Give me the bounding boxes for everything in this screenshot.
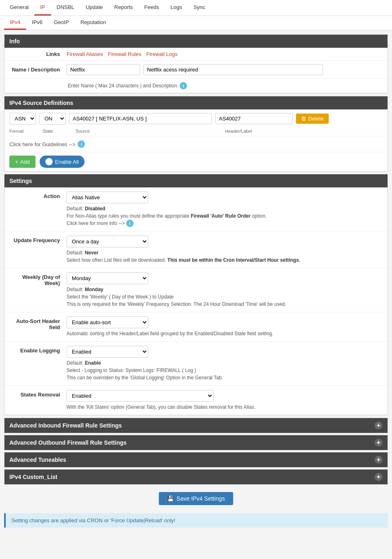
add-button[interactable]: + Add (9, 156, 36, 168)
nav-logs[interactable]: Logs (165, 0, 188, 16)
settings-body: Action Alias Native Alias Deny Alias Per… (4, 187, 388, 415)
name-hint-icon[interactable]: i (180, 82, 187, 89)
ipv4-custom-list-header[interactable]: IPv4 Custom_List + (4, 470, 388, 484)
ipv4-section-header: IPv4 Source Definitions (4, 96, 388, 109)
advanced-outbound-header[interactable]: Advanced Outbound Firewall Rule Settings… (4, 435, 388, 450)
nav-general[interactable]: General (4, 0, 34, 16)
name-desc-label: Name / Description (9, 67, 67, 73)
info-title: Info (9, 38, 20, 45)
advanced-tuneables-title: Advanced Tuneables (9, 457, 66, 463)
advanced-tuneables-header[interactable]: Advanced Tuneables + (4, 452, 388, 467)
nav-dnsbl[interactable]: DNSBL (51, 0, 80, 16)
plus-icon: + (15, 159, 18, 165)
state-select[interactable]: ON OFF (39, 113, 66, 125)
update-freq-row: Update Frequency Once a day Every hour E… (4, 232, 388, 268)
settings-title: Settings (9, 178, 32, 184)
settings-header: Settings (4, 174, 388, 187)
subnav-ipv4[interactable]: IPv4 (4, 16, 26, 30)
save-button[interactable]: 💾 Save IPv4 Settings (159, 492, 233, 505)
page-content: Info Links Firewall Aliases Firewall Rul… (0, 30, 392, 532)
autosort-hint: Automatic sorting of the Header/Label fi… (67, 330, 383, 337)
source-labels: Format State Source Header/Label (4, 128, 388, 136)
nav-sync[interactable]: Sync (188, 0, 211, 16)
firewall-rules-link[interactable]: Firewall Rules (108, 51, 142, 57)
trash-icon: 🗑 (301, 116, 306, 122)
nav-reports[interactable]: Reports (109, 0, 139, 16)
advanced-outbound-expand-icon[interactable]: + (374, 439, 383, 447)
advanced-inbound-section: Advanced Inbound Firewall Rule Settings … (4, 418, 388, 433)
update-freq-content: Once a day Every hour Every 2 hours Ever… (67, 236, 383, 264)
toggle-circle (45, 158, 53, 165)
weekly-row: Weekly (Day of Week) Monday Tuesday Wedn… (4, 268, 388, 312)
links-content: Firewall Aliases Firewall Rules Firewall… (67, 51, 383, 57)
name-desc-row: Name / Description (4, 61, 388, 79)
weekly-label: Weekly (Day of Week) (9, 272, 67, 286)
autosort-select[interactable]: Enable auto-sort Disable auto-sort (67, 316, 148, 328)
logging-select[interactable]: Enabled Disabled (67, 346, 148, 358)
autosort-label: Auto-Sort Header field (9, 316, 67, 330)
action-select[interactable]: Alias Native Alias Deny Alias Permit Ali… (67, 192, 148, 203)
action-info-icon[interactable]: i (126, 220, 134, 227)
guidelines-icon[interactable]: i (78, 140, 85, 148)
advanced-inbound-expand-icon[interactable]: + (374, 421, 383, 430)
weekly-hint: Default: Monday Select the 'Weekly' ( Da… (67, 286, 383, 308)
delete-button[interactable]: 🗑 Delete (296, 114, 329, 124)
logging-row: Enable Logging Enabled Disabled Default:… (4, 342, 388, 386)
notice-text: Setting changes are applied via CRON or … (11, 517, 175, 523)
advanced-tuneables-expand-icon[interactable]: + (374, 456, 383, 464)
firewall-logs-link[interactable]: Firewall Logs (146, 51, 178, 57)
autosort-row: Auto-Sort Header field Enable auto-sort … (4, 312, 388, 342)
name-desc-inputs (67, 64, 383, 75)
format-select[interactable]: ASN (9, 113, 36, 125)
advanced-inbound-title: Advanced Inbound Firewall Rule Settings (9, 422, 122, 429)
weekly-select[interactable]: Monday Tuesday Wednesday Thursday Friday… (67, 272, 148, 284)
logging-content: Enabled Disabled Default: Enable Select … (67, 346, 383, 381)
action-row: + Add Enable All (4, 152, 388, 171)
source-row: ASN ON OFF 🗑 Delete (4, 109, 388, 128)
logging-hint: Default: Enable Select - Logging to Stat… (67, 359, 383, 381)
guidelines-row: Click here for Guidelines --> i (4, 136, 388, 152)
states-removal-hint: With the 'Kill States' option (General T… (67, 403, 383, 411)
firewall-aliases-link[interactable]: Firewall Aliases (67, 51, 103, 57)
save-icon: 💾 (167, 495, 174, 502)
guidelines-text: Click here for Guidelines --> (9, 141, 75, 147)
info-section: Info Links Firewall Aliases Firewall Rul… (4, 34, 388, 94)
subnav-geoip[interactable]: GeoIP (48, 16, 75, 30)
header-input[interactable] (215, 113, 293, 124)
weekly-content: Monday Tuesday Wednesday Thursday Friday… (67, 272, 383, 308)
subnav-reputation[interactable]: Reputation (75, 16, 112, 30)
name-input[interactable] (67, 64, 140, 75)
subnav-ipv6[interactable]: IPv6 (26, 16, 48, 30)
nav-feeds[interactable]: Feeds (138, 0, 165, 16)
links-label: Links (9, 51, 67, 57)
ipv4-section: IPv4 Source Definitions ASN ON OFF 🗑 Del… (4, 96, 388, 171)
enable-all-button[interactable]: Enable All (40, 156, 85, 168)
info-section-header: Info (4, 35, 388, 48)
info-body: Links Firewall Aliases Firewall Rules Fi… (4, 48, 388, 93)
nav-ip[interactable]: IP (34, 0, 51, 16)
states-removal-content: Enabled Disabled With the 'Kill States' … (67, 390, 383, 411)
sub-navigation: IPv4 IPv6 GeoIP Reputation (0, 16, 392, 30)
links-row: Links Firewall Aliases Firewall Rules Fi… (4, 48, 388, 61)
advanced-outbound-section: Advanced Outbound Firewall Rule Settings… (4, 435, 388, 450)
ipv4-custom-list-title: IPv4 Custom_List (9, 474, 57, 480)
ipv4-custom-list-expand-icon[interactable]: + (374, 473, 383, 481)
settings-section: Settings Action Alias Native Alias Deny … (4, 174, 388, 415)
advanced-tuneables-section: Advanced Tuneables + (4, 452, 388, 468)
advanced-inbound-header[interactable]: Advanced Inbound Firewall Rule Settings … (4, 418, 388, 433)
autosort-content: Enable auto-sort Disable auto-sort Autom… (67, 316, 383, 337)
source-input[interactable] (69, 113, 212, 124)
description-input[interactable] (143, 64, 323, 75)
update-freq-hint: Default: Never Select how often List fil… (67, 249, 383, 264)
nav-update[interactable]: Update (80, 0, 109, 16)
update-freq-label: Update Frequency (9, 236, 67, 243)
advanced-outbound-title: Advanced Outbound Firewall Rule Settings (9, 439, 127, 446)
name-hint: Enter Name ( Max 24 characters ) and Des… (4, 79, 388, 93)
action-content: Alias Native Alias Deny Alias Permit Ali… (67, 192, 383, 227)
top-navigation: General IP DNSBL Update Reports Feeds Lo… (0, 0, 392, 16)
states-removal-select[interactable]: Enabled Disabled (67, 390, 214, 402)
action-row: Action Alias Native Alias Deny Alias Per… (4, 187, 388, 232)
ipv4-body: ASN ON OFF 🗑 Delete Format State Source … (4, 109, 388, 171)
action-label: Action (9, 192, 67, 199)
update-freq-select[interactable]: Once a day Every hour Every 2 hours Ever… (67, 236, 148, 247)
